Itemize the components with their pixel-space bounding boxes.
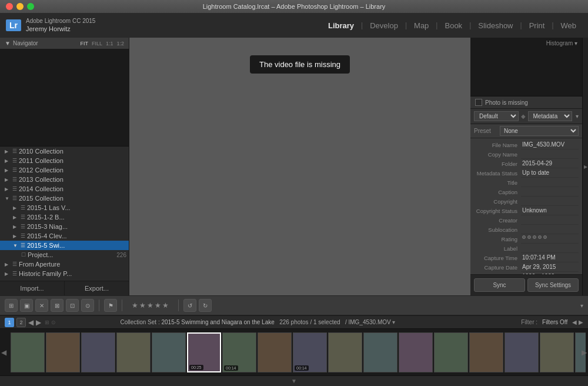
close-button[interactable]: [6, 3, 13, 10]
meta-value-creator[interactable]: [521, 217, 579, 225]
collection-item[interactable]: ▶ ☰ 2011 Collection: [0, 156, 129, 165]
meta-value-title[interactable]: [521, 179, 579, 187]
film-thumb[interactable]: [116, 332, 151, 372]
star-5[interactable]: ★: [162, 301, 169, 310]
toolbar-expand-icon[interactable]: ▾: [580, 302, 583, 309]
film-thumb[interactable]: [469, 332, 503, 372]
meta-value-caption[interactable]: [521, 188, 579, 197]
meta-value-copyrightstatus[interactable]: Unknown: [521, 207, 579, 215]
collection-item[interactable]: ▶ ☰ 2010 Collection: [0, 147, 129, 156]
import-button[interactable]: Import...: [0, 281, 65, 295]
film-thumb-selected[interactable]: 00:25: [187, 332, 221, 372]
star-2[interactable]: ★: [139, 301, 146, 310]
rating-dot-1[interactable]: [522, 235, 526, 239]
filmstrip-right-arrow[interactable]: ▶: [580, 347, 588, 358]
star-1[interactable]: ★: [132, 301, 138, 310]
collection-sub-item-active[interactable]: ▼ ☰ 2015-5 Swi...: [0, 241, 129, 250]
sync-button[interactable]: Sync: [474, 278, 525, 292]
collection-sub-sub-item[interactable]: ☐ Project... 226: [0, 250, 129, 259]
rotate-right-button[interactable]: ↻: [199, 299, 212, 312]
minimize-button[interactable]: [16, 3, 24, 10]
collection-sub-item[interactable]: ▶ ☰ 2015-4 Clev...: [0, 231, 129, 241]
film-thumb[interactable]: [399, 332, 433, 372]
collection-item[interactable]: ▶ ☰ 2013 Collection: [0, 175, 129, 184]
export-button[interactable]: Export...: [65, 281, 129, 295]
module-web[interactable]: Web: [555, 19, 583, 32]
window-controls[interactable]: [6, 3, 34, 10]
collapse-filmstrip-button[interactable]: ▼: [291, 378, 297, 384]
prev-nav-button[interactable]: ◀: [28, 318, 34, 327]
default-select[interactable]: Default: [474, 111, 519, 121]
meta-value-capturetime: 10:07:14 PM: [521, 254, 579, 262]
flag-button[interactable]: ⚑: [104, 299, 117, 312]
fit-option[interactable]: 1:2: [116, 41, 124, 46]
preset-select[interactable]: None: [500, 126, 579, 136]
view-x-button[interactable]: ✕: [35, 299, 48, 312]
meta-value-folder[interactable]: 2015-04-29: [521, 160, 579, 168]
film-thumb[interactable]: [328, 332, 362, 372]
film-thumb[interactable]: [505, 332, 539, 372]
meta-value-copyright[interactable]: [521, 198, 579, 206]
module-slideshow[interactable]: Slideshow: [472, 19, 519, 32]
film-thumb[interactable]: [152, 332, 186, 372]
film-thumb[interactable]: [434, 332, 468, 372]
page-1-button[interactable]: 1: [5, 318, 14, 327]
fit-option[interactable]: FILL: [92, 41, 102, 46]
film-thumb[interactable]: [258, 332, 292, 372]
collection-sub-item[interactable]: ▶ ☰ 2015-1-2 B...: [0, 212, 129, 222]
film-thumb[interactable]: [11, 332, 45, 372]
toolbar-separator-3: [178, 300, 179, 311]
page-2-button[interactable]: 2: [16, 318, 26, 327]
fit-option[interactable]: 1:1: [106, 41, 113, 46]
rating-dot-5[interactable]: [543, 235, 547, 239]
filmstrip-left-arrow[interactable]: ◀: [0, 347, 8, 358]
meta-row-capturedate: Capture Date Apr 29, 2015: [470, 263, 582, 272]
module-map[interactable]: Map: [408, 19, 435, 32]
meta-value-filename[interactable]: IMG_4530.MOV: [521, 141, 579, 149]
module-library[interactable]: Library: [322, 19, 360, 32]
collection-item[interactable]: ▶ ☰ Historic Family P...: [0, 269, 129, 278]
view-survey-button[interactable]: ⊡: [66, 299, 79, 312]
photo-missing-checkbox[interactable]: [475, 99, 482, 106]
status-file-arrow[interactable]: ▾: [392, 319, 395, 325]
filter-value[interactable]: Filters Off: [542, 319, 567, 325]
meta-value-label[interactable]: [521, 245, 579, 253]
view-loupe-button[interactable]: ▣: [20, 299, 33, 312]
collection-set-value[interactable]: 2015-5 Swimming and Niagara on the Lake: [161, 319, 274, 325]
meta-value-copyname[interactable]: [521, 151, 579, 159]
view-grid-button[interactable]: ⊞: [5, 299, 18, 312]
module-develop[interactable]: Develop: [364, 19, 404, 32]
rating-dot-2[interactable]: [527, 235, 531, 239]
film-thumb[interactable]: [540, 332, 574, 372]
collection-item[interactable]: ▼ ☰ 2015 Collection: [0, 194, 129, 203]
rating-dot-4[interactable]: [538, 235, 542, 239]
film-thumb[interactable]: [363, 332, 397, 372]
maximize-button[interactable]: [27, 3, 34, 10]
metadata-select[interactable]: Metadata: [528, 111, 573, 121]
next-nav-button[interactable]: ▶: [36, 318, 41, 327]
film-thumb[interactable]: [81, 332, 115, 372]
film-thumb[interactable]: [46, 332, 80, 372]
star-4[interactable]: ★: [155, 301, 161, 310]
module-book[interactable]: Book: [439, 19, 468, 32]
meta-label: File Name: [474, 141, 521, 148]
collection-item[interactable]: ▶ ☰ 2014 Collection: [0, 184, 129, 194]
film-thumb[interactable]: 00:14: [293, 332, 327, 372]
collection-item[interactable]: ▶ ☰ 2012 Collection: [0, 165, 129, 175]
view-people-button[interactable]: ⊙: [81, 299, 94, 312]
rotate-left-button[interactable]: ↺: [183, 299, 196, 312]
view-compare-button[interactable]: ⊠: [51, 299, 64, 312]
collection-sub-item[interactable]: ▶ ☰ 2015-3 Niag...: [0, 222, 129, 231]
fit-option[interactable]: FIT: [80, 41, 88, 46]
rating-dot-3[interactable]: [533, 235, 536, 239]
film-thumb[interactable]: 00:14: [222, 332, 256, 372]
sync-settings-button[interactable]: Sync Settings: [527, 278, 579, 292]
right-scroll-handle[interactable]: ▶: [582, 38, 588, 295]
meta-value-sublocation[interactable]: [521, 226, 579, 234]
collection-sub-item[interactable]: ▶ ☰ 2015-1 Las V...: [0, 203, 129, 212]
meta-value-rating[interactable]: [521, 235, 579, 244]
filter-expand[interactable]: ◀ ▶: [572, 319, 583, 325]
module-print[interactable]: Print: [523, 19, 551, 32]
collection-item[interactable]: ▶ ☰ From Aperture: [0, 259, 129, 269]
star-3[interactable]: ★: [147, 301, 153, 310]
